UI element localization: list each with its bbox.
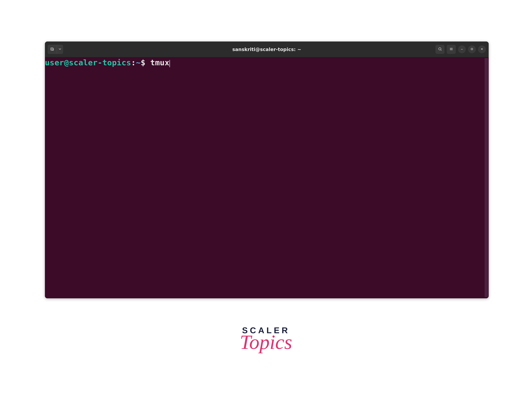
search-button[interactable] (436, 45, 445, 54)
new-tab-icon (50, 47, 54, 52)
prompt-colon: : (131, 58, 136, 67)
search-icon (438, 47, 442, 52)
minimize-button[interactable] (458, 45, 466, 53)
new-tab-button[interactable] (48, 45, 57, 54)
prompt-path: ~ (136, 58, 141, 67)
terminal-window: sanskriti@scaler-topics: ~ (45, 41, 489, 298)
titlebar-left-controls (48, 45, 63, 54)
svg-point-1 (439, 48, 441, 50)
prompt-line: user@scaler-topics:~$ tmux (45, 59, 485, 67)
command-input: tmux (150, 58, 169, 67)
scrollbar[interactable] (485, 58, 488, 297)
logo-line2: Topics (240, 334, 292, 350)
chevron-down-icon (58, 47, 62, 52)
titlebar: sanskriti@scaler-topics: ~ (45, 41, 489, 57)
window-title: sanskriti@scaler-topics: ~ (232, 47, 301, 52)
menu-button[interactable] (447, 45, 456, 54)
prompt-user-host: user@scaler-topics (45, 58, 131, 67)
close-icon (480, 47, 483, 51)
prompt-dollar: $ (141, 58, 150, 67)
maximize-icon (470, 47, 473, 51)
maximize-button[interactable] (468, 45, 476, 53)
terminal-body[interactable]: user@scaler-topics:~$ tmux (45, 57, 489, 298)
close-button[interactable] (478, 45, 486, 53)
titlebar-right-controls (436, 45, 486, 54)
minimize-icon (460, 47, 463, 51)
logo: SCALER Topics (240, 325, 292, 350)
tab-dropdown-button[interactable] (57, 45, 63, 54)
hamburger-icon (449, 47, 453, 52)
terminal-content[interactable]: user@scaler-topics:~$ tmux (45, 57, 485, 298)
text-cursor (169, 60, 170, 67)
svg-rect-2 (471, 48, 473, 50)
